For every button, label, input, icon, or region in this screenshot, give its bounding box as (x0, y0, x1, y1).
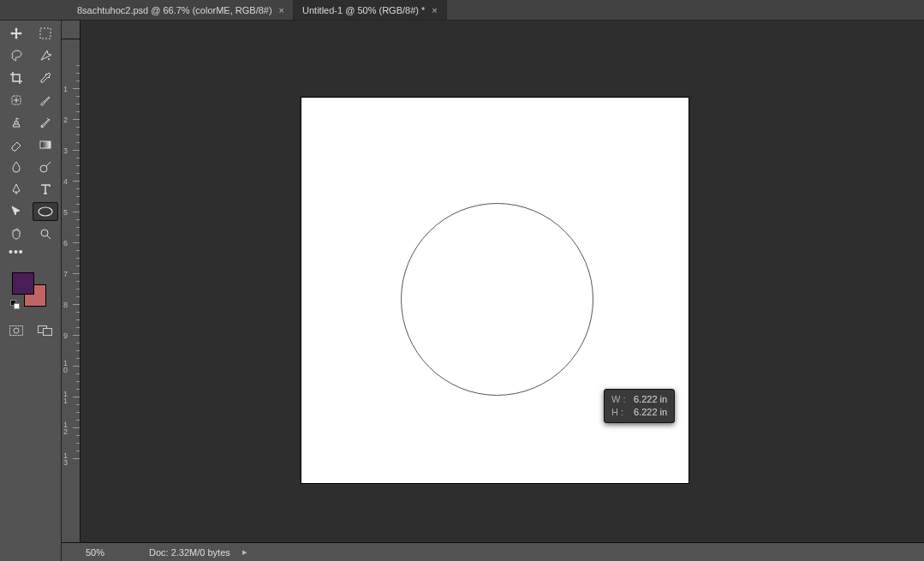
ruler-tick: 7 (62, 273, 80, 274)
tab-label: 8sachtuhoc2.psd @ 66.7% (colorME, RGB/8#… (77, 5, 272, 15)
ruler-origin[interactable] (62, 21, 80, 39)
document-tab[interactable]: 8sachtuhoc2.psd @ 66.7% (colorME, RGB/8#… (69, 0, 294, 20)
svg-rect-0 (40, 28, 51, 39)
eyedropper-tool[interactable] (33, 69, 58, 87)
spot-heal-tool[interactable] (3, 91, 29, 110)
ruler-tick: 5 (62, 212, 80, 212)
photoshop-window: 8sachtuhoc2.psd @ 66.7% (colorME, RGB/8#… (0, 0, 924, 561)
gradient-tool[interactable] (33, 135, 58, 154)
ruler-tick: 3 (62, 150, 80, 151)
doc-info[interactable]: Doc: 2.32M/0 bytes (149, 547, 230, 558)
info-h-value: 6.222 in (634, 406, 667, 419)
svg-point-5 (40, 165, 47, 172)
dodge-tool[interactable] (33, 158, 58, 176)
info-h-label: H : (611, 406, 629, 419)
svg-point-7 (41, 230, 48, 236)
blur-tool[interactable] (3, 158, 29, 176)
doc-info-caret-icon[interactable]: ▸ (242, 546, 247, 558)
svg-rect-8 (9, 326, 22, 336)
svg-point-3 (41, 125, 43, 127)
status-bar: 50% Doc: 2.32M/0 bytes ▸ (62, 542, 924, 561)
svg-point-1 (48, 58, 50, 60)
quick-select-tool[interactable] (33, 46, 58, 65)
document-tab[interactable]: Untitled-1 @ 50% (RGB/8#) *× (294, 0, 447, 20)
ruler-tick: 9 (62, 335, 80, 336)
canvas-area[interactable]: W :6.222 in H :6.222 in (80, 39, 924, 542)
brush-tool[interactable] (33, 91, 58, 110)
ruler-tick: 10 (62, 366, 80, 367)
ruler-tick: 6 (62, 242, 80, 243)
history-brush-tool[interactable] (33, 113, 58, 132)
move-tool[interactable] (3, 24, 29, 43)
info-w-value: 6.222 in (634, 393, 667, 406)
transform-info-tooltip: W :6.222 in H :6.222 in (604, 389, 675, 423)
tool-panel: ••• (0, 21, 62, 561)
eraser-tool[interactable] (3, 135, 29, 154)
vertical-ruler[interactable]: 12345678910111213 (62, 39, 80, 542)
quick-mask-icon[interactable] (8, 324, 25, 337)
lasso-tool[interactable] (3, 46, 29, 65)
screen-mode-icon[interactable] (37, 324, 54, 337)
ruler-tick: 2 (62, 119, 80, 120)
tool-overflow-icon[interactable]: ••• (0, 245, 24, 259)
ellipse-shape[interactable] (401, 203, 593, 396)
svg-rect-4 (40, 141, 51, 148)
crop-tool[interactable] (3, 69, 29, 87)
path-select-tool[interactable] (3, 202, 29, 221)
ruler-tick: 11 (62, 397, 80, 397)
ruler-tick: 1 (62, 88, 80, 89)
close-icon[interactable]: × (432, 5, 437, 15)
foreground-swatch[interactable] (12, 272, 34, 295)
svg-point-9 (14, 328, 19, 333)
ruler-tick: 13 (62, 458, 80, 459)
ruler-tick: 4 (62, 181, 80, 182)
svg-rect-11 (43, 329, 51, 336)
zoom-level[interactable]: 50% (86, 547, 137, 558)
clone-stamp-tool[interactable] (3, 113, 29, 132)
workspace: 7654321012345678910111213141516171819 12… (62, 21, 924, 561)
ruler-tick: 12 (62, 427, 80, 428)
default-colors-icon[interactable] (10, 300, 19, 308)
zoom-tool[interactable] (33, 224, 58, 243)
type-tool[interactable] (33, 180, 58, 199)
app-body: ••• 765432101234567891011121314151617181… (0, 21, 924, 561)
pen-tool[interactable] (3, 180, 29, 199)
close-icon[interactable]: × (279, 5, 284, 15)
shape-tool[interactable] (33, 202, 58, 221)
tab-label: Untitled-1 @ 50% (RGB/8#) * (302, 5, 425, 15)
svg-point-6 (39, 207, 52, 216)
marquee-tool[interactable] (33, 24, 58, 43)
ruler-tick: 8 (62, 304, 80, 305)
document-tab-bar: 8sachtuhoc2.psd @ 66.7% (colorME, RGB/8#… (0, 0, 924, 21)
color-swatches[interactable] (12, 272, 50, 310)
hand-tool[interactable] (3, 224, 29, 243)
info-w-label: W : (611, 393, 629, 406)
